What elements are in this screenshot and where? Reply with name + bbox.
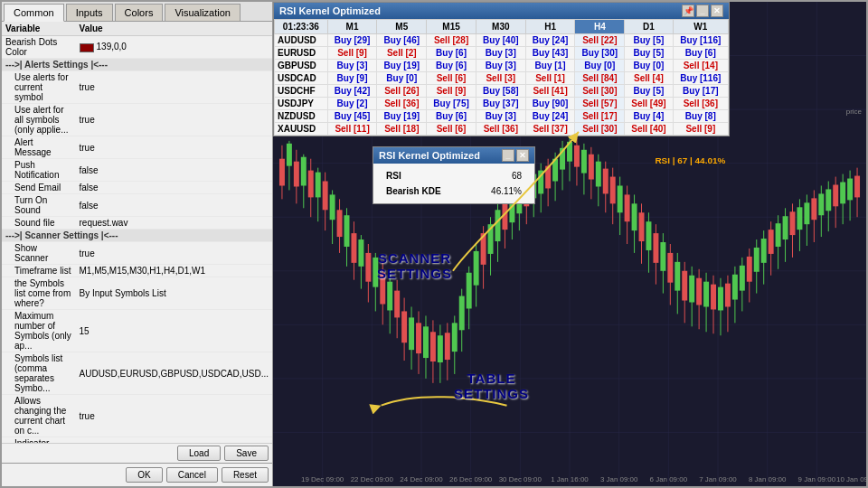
scanner-col-header: M5 [377, 20, 427, 34]
rsi-popup-close[interactable]: ✕ [516, 149, 529, 162]
svg-rect-127 [660, 242, 665, 271]
scanner-cell: Buy [6] [427, 110, 476, 123]
scanner-row[interactable]: USDCHFBuy [42]Sell [26]Sell [9]Buy [58]S… [275, 85, 729, 98]
settings-label: Allows changing the current chart on c..… [2, 395, 76, 437]
scanner-cell: Sell [14] [673, 60, 728, 72]
scanner-titlebar: RSI Kernel Optimized 📌 _ ✕ [274, 3, 729, 19]
svg-rect-29 [308, 171, 314, 198]
scanner-col-header: W1 [673, 20, 728, 34]
tab-visualization[interactable]: Visualization [165, 4, 241, 21]
scanner-col-header: D1 [625, 20, 673, 34]
svg-rect-93 [538, 171, 543, 194]
scanner-cell: Buy [29] [327, 34, 377, 47]
window-controls: 📌 _ ✕ [682, 5, 723, 17]
settings-label: Timeframe list [2, 265, 76, 277]
svg-rect-155 [761, 239, 767, 263]
rsi-popup-content: RSI 68 Bearish KDE 46.11% [373, 164, 534, 203]
settings-value[interactable]: true [76, 104, 272, 136]
svg-rect-71 [459, 296, 465, 331]
scanner-cell: Sell [2] [377, 47, 427, 60]
settings-value[interactable]: 15 [76, 310, 272, 352]
settings-value[interactable]: true [76, 71, 272, 104]
svg-text:22 Dec 09:00: 22 Dec 09:00 [351, 475, 394, 483]
color-swatch [80, 43, 94, 52]
settings-section: --->| Scanner Settings |<--- [2, 230, 272, 242]
svg-text:6 Jan 09:00: 6 Jan 09:00 [650, 475, 688, 483]
svg-rect-67 [445, 333, 450, 360]
cancel-button[interactable]: Cancel [166, 467, 218, 483]
settings-value[interactable]: M1,M5,M15,M30,H1,H4,D1,W1 [76, 265, 272, 277]
tab-colors[interactable]: Colors [115, 4, 164, 21]
scanner-cell: Sell [18] [377, 123, 427, 136]
svg-rect-175 [833, 184, 838, 206]
close-button[interactable]: ✕ [711, 5, 723, 17]
scanner-row[interactable]: GBPUSDBuy [3]Buy [19]Buy [6]Buy [3]Buy [… [275, 60, 729, 72]
svg-rect-141 [711, 285, 716, 310]
minimize-button[interactable]: _ [696, 5, 709, 17]
scanner-cell: Buy [75] [427, 98, 476, 110]
settings-value[interactable]: true [76, 242, 272, 265]
settings-value[interactable]: false [76, 194, 272, 217]
scanner-col-header: H4 [575, 20, 625, 34]
svg-rect-49 [380, 273, 385, 305]
save-button[interactable]: Save [224, 446, 269, 461]
settings-value[interactable]: true [76, 395, 272, 437]
scanner-symbol: NZDUSD [275, 110, 328, 123]
settings-label: Sound file [2, 217, 76, 230]
bottom-buttons: OK Cancel Reset [2, 463, 272, 486]
scanner-cell: Buy [6] [427, 60, 476, 72]
svg-text:9 Jan 09:00: 9 Jan 09:00 [798, 475, 836, 483]
rsi-values-table: RSI 68 Bearish KDE 46.11% [381, 167, 527, 200]
scanner-row[interactable]: XAUUSDSell [11]Sell [18]Sell [6]Sell [36… [275, 123, 729, 136]
scanner-cell: Sell [36] [476, 123, 525, 136]
svg-rect-59 [416, 323, 421, 353]
scanner-cell: Buy [19] [377, 60, 427, 72]
svg-rect-23 [287, 144, 292, 166]
ok-button[interactable]: OK [126, 467, 162, 483]
svg-rect-55 [401, 311, 407, 343]
settings-value[interactable]: true [76, 136, 272, 159]
scanner-cell: Buy [9] [327, 72, 377, 85]
settings-value[interactable]: AUDUSD,EURUSD,GBPUSD,USDCAD,USD... [76, 352, 272, 395]
scanner-cell: Sell [3] [476, 72, 525, 85]
settings-content[interactable]: Variable Value Bearish Dots Color139,0,0… [2, 22, 272, 443]
right-area: ▼ ▼ RSI | 67 | 44.01% 19 Dec 09:00 22 De… [273, 2, 866, 486]
scanner-row[interactable]: USDJPYBuy [2]Sell [36]Buy [75]Buy [37]Bu… [275, 98, 729, 110]
svg-rect-139 [703, 282, 709, 307]
settings-label: Send Email [2, 182, 76, 194]
svg-rect-159 [776, 223, 781, 247]
scanner-symbol: USDCHF [275, 85, 328, 98]
scanner-cell: Sell [57] [575, 98, 625, 110]
settings-value[interactable]: false [76, 159, 272, 182]
svg-rect-75 [474, 251, 479, 286]
scanner-row[interactable]: USDCADBuy [9]Buy [0]Sell [6]Sell [3]Sell… [275, 72, 729, 85]
settings-value[interactable]: false [76, 182, 272, 194]
rsi-popup-minimize[interactable]: _ [502, 149, 514, 162]
svg-rect-113 [610, 177, 616, 204]
tab-inputs[interactable]: Inputs [66, 4, 113, 21]
settings-label: Push Notification [2, 159, 76, 182]
pin-button[interactable]: 📌 [682, 5, 694, 17]
settings-label: Bearish Dots Color [2, 36, 76, 59]
kde-value: 46.11% [472, 184, 525, 198]
svg-rect-165 [797, 207, 802, 230]
scanner-row[interactable]: AUDUSDBuy [29]Buy [46]Sell [28]Buy [40]B… [275, 34, 729, 47]
svg-rect-21 [279, 159, 285, 186]
settings-value[interactable]: 139,0,0 [76, 36, 272, 59]
scanner-col-header: M1 [327, 20, 377, 34]
svg-rect-101 [567, 142, 572, 162]
settings-value[interactable]: By Input Symbols List [76, 277, 272, 310]
scanner-row[interactable]: NZDUSDBuy [45]Buy [19]Buy [6]Buy [3]Buy … [275, 110, 729, 123]
svg-rect-31 [316, 173, 321, 198]
settings-value[interactable]: request.wav [76, 217, 272, 230]
reset-button[interactable]: Reset [222, 467, 269, 483]
scanner-cell: Sell [1] [525, 72, 575, 85]
scanner-row[interactable]: EURUSDSell [9]Sell [2]Buy [6]Buy [3]Buy … [275, 47, 729, 60]
load-button[interactable]: Load [177, 446, 221, 461]
svg-rect-25 [294, 162, 299, 187]
tab-common[interactable]: Common [4, 4, 64, 22]
scanner-symbol: GBPUSD [275, 60, 328, 72]
svg-rect-117 [625, 194, 630, 221]
scanner-cell: Buy [30] [575, 47, 625, 60]
svg-rect-171 [818, 193, 824, 215]
